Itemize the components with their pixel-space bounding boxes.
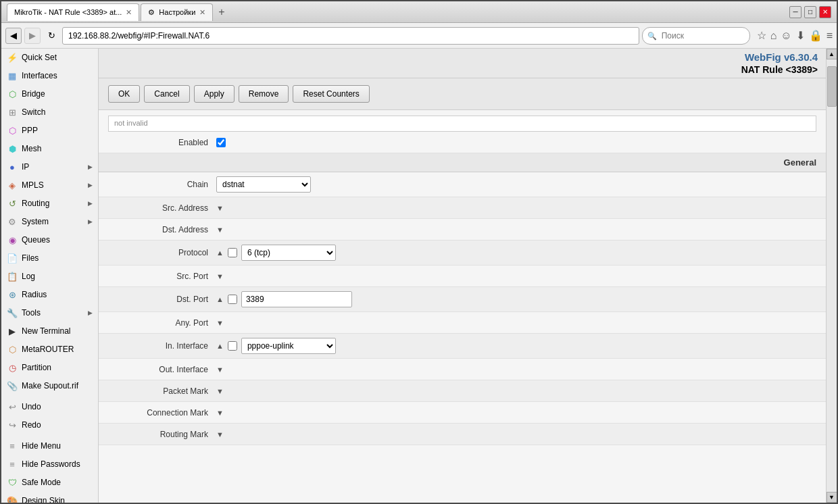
sidebar-item-terminal[interactable]: ▶ New Terminal	[1, 322, 98, 341]
sidebar-label-radius: Radius	[22, 290, 47, 299]
in-interface-checkbox[interactable]	[228, 341, 237, 351]
sidebar-item-system[interactable]: ⚙ System	[1, 213, 98, 231]
sidebar-item-mesh[interactable]: ⬢ Mesh	[1, 140, 98, 158]
ok-button[interactable]: OK	[108, 85, 140, 103]
sidebar-item-radius[interactable]: ⊛ Radius	[1, 286, 98, 304]
files-icon: 📄	[7, 253, 18, 263]
sidebar-item-hidepasswords[interactable]: ≡ Hide Passwords	[1, 455, 98, 474]
scroll-down-button[interactable]: ▼	[827, 492, 837, 503]
person-icon[interactable]: ☺	[781, 30, 791, 42]
minimize-button[interactable]: ─	[789, 6, 802, 18]
sidebar-label-undo: Undo	[22, 402, 41, 411]
dst-address-arrow[interactable]: ▼	[216, 226, 224, 234]
sidebar-item-switch[interactable]: ⊞ Switch	[1, 103, 98, 122]
enabled-row: Enabled	[99, 132, 826, 153]
tab-close-settings[interactable]: ✕	[199, 8, 205, 17]
sidebar-item-partition[interactable]: ◷ Partition	[1, 359, 98, 377]
sidebar-label-bridge: Bridge	[22, 89, 45, 99]
sidebar-item-mpls[interactable]: ◈ MPLS	[1, 176, 98, 195]
protocol-value: ▲ 6 (tcp) 17 (udp) 1 (icmp)	[216, 245, 816, 261]
packet-mark-label: Packet Mark	[108, 386, 216, 396]
dst-port-row: Dst. Port ▲	[99, 287, 826, 312]
sidebar-item-routing[interactable]: ↺ Routing	[1, 195, 98, 213]
sidebar-item-queues[interactable]: ◉ Queues	[1, 231, 98, 249]
enabled-label: Enabled	[108, 138, 216, 147]
sidebar-item-hidemenu[interactable]: ≡ Hide Menu	[1, 437, 98, 455]
out-interface-arrow[interactable]: ▼	[216, 366, 224, 374]
bridge-icon: ⬡	[7, 89, 18, 99]
connection-mark-arrow[interactable]: ▼	[216, 409, 224, 417]
dst-address-label: Dst. Address	[108, 225, 216, 234]
enabled-checkbox[interactable]	[216, 138, 226, 147]
sidebar-item-redo[interactable]: ↪ Redo	[1, 416, 98, 434]
protocol-checkbox[interactable]	[228, 248, 237, 257]
scroll-up-button[interactable]: ▲	[827, 49, 837, 59]
sidebar-item-interfaces[interactable]: ▦ Interfaces	[1, 67, 98, 85]
bookmark-icon[interactable]: ☆	[757, 29, 766, 42]
sidebar-item-designskin[interactable]: 🎨 Design Skin	[1, 492, 98, 503]
routing-mark-arrow[interactable]: ▼	[216, 430, 224, 438]
remove-button[interactable]: Remove	[239, 85, 289, 103]
back-button[interactable]: ◀	[5, 28, 22, 44]
maximize-button[interactable]: □	[804, 6, 816, 18]
main-layout: ⚡ Quick Set ▦ Interfaces ⬡ Bridge ⊞ Swit…	[1, 49, 837, 503]
sidebar-label-tools: Tools	[22, 308, 41, 318]
sidebar-item-ip[interactable]: ● IP	[1, 158, 98, 176]
reset-counters-button[interactable]: Reset Counters	[293, 85, 369, 103]
src-port-label: Src. Port	[108, 272, 216, 281]
sidebar-item-bridge[interactable]: ⬡ Bridge	[1, 85, 98, 103]
dst-port-checkbox[interactable]	[228, 295, 237, 304]
chain-select[interactable]: dstnat srcnat	[216, 176, 311, 193]
system-icon: ⚙	[7, 216, 18, 227]
reload-button[interactable]: ↻	[43, 28, 59, 44]
enabled-value	[216, 138, 816, 147]
in-interface-value: ▲ pppoe-uplink ether1 ether2	[216, 338, 816, 354]
search-input[interactable]	[642, 27, 750, 45]
any-port-arrow[interactable]: ▼	[216, 319, 224, 327]
tab-active[interactable]: MikroTik - NAT Rule <3389> at... ✕	[7, 3, 139, 21]
src-port-arrow[interactable]: ▼	[216, 272, 224, 280]
in-interface-select[interactable]: pppoe-uplink ether1 ether2	[241, 338, 336, 354]
sidebar-item-metarouter[interactable]: ⬡ MetaROUTER	[1, 341, 98, 359]
new-tab-button[interactable]: +	[214, 6, 228, 18]
lock-icon[interactable]: 🔒	[809, 29, 822, 42]
browser-window: MikroTik - NAT Rule <3389> at... ✕ ⚙ Нас…	[0, 0, 838, 504]
sidebar-item-make[interactable]: 📎 Make Supout.rif	[1, 377, 98, 395]
sidebar-item-ppp[interactable]: ⬡ PPP	[1, 122, 98, 140]
packet-mark-arrow[interactable]: ▼	[216, 387, 224, 395]
scroll-thumb[interactable]	[827, 66, 837, 107]
home-icon[interactable]: ⌂	[770, 30, 777, 42]
sidebar-label-routing: Routing	[22, 199, 49, 208]
sidebar-item-files[interactable]: 📄 Files	[1, 249, 98, 268]
sidebar-item-undo[interactable]: ↩ Undo	[1, 398, 98, 416]
window-controls: ─ □ ✕	[789, 6, 831, 18]
close-button[interactable]: ✕	[819, 6, 831, 18]
apply-button[interactable]: Apply	[194, 85, 235, 103]
forward-button[interactable]: ▶	[24, 28, 41, 44]
chain-label: Chain	[108, 180, 216, 189]
tab-close-active[interactable]: ✕	[126, 8, 132, 17]
sidebar-item-tools[interactable]: 🔧 Tools	[1, 304, 98, 322]
routing-mark-row: Routing Mark ▼	[99, 424, 826, 445]
routing-mark-label: Routing Mark	[108, 430, 216, 439]
protocol-select[interactable]: 6 (tcp) 17 (udp) 1 (icmp)	[241, 245, 336, 261]
any-port-label: Any. Port	[108, 318, 216, 328]
address-bar[interactable]	[62, 27, 639, 45]
hidepasswords-icon: ≡	[7, 459, 18, 470]
src-address-arrow[interactable]: ▼	[216, 204, 224, 212]
sidebar-item-log[interactable]: 📋 Log	[1, 268, 98, 286]
connection-mark-label: Connection Mark	[108, 408, 216, 418]
dst-port-collapse-arrow[interactable]: ▲	[216, 295, 224, 303]
undo-icon: ↩	[7, 401, 18, 412]
chain-row: Chain dstnat srcnat	[99, 172, 826, 197]
any-port-row: Any. Port ▼	[99, 312, 826, 334]
dst-port-input[interactable]	[241, 291, 352, 307]
in-interface-collapse-arrow[interactable]: ▲	[216, 342, 224, 350]
sidebar-item-safemode[interactable]: 🛡 Safe Mode	[1, 474, 98, 492]
protocol-collapse-arrow[interactable]: ▲	[216, 249, 224, 257]
cancel-button[interactable]: Cancel	[144, 85, 189, 103]
download-icon[interactable]: ⬇	[796, 29, 805, 42]
menu-icon[interactable]: ≡	[827, 30, 833, 42]
tab-settings[interactable]: ⚙ Настройки ✕	[141, 3, 213, 21]
sidebar-item-quickset[interactable]: ⚡ Quick Set	[1, 49, 98, 67]
